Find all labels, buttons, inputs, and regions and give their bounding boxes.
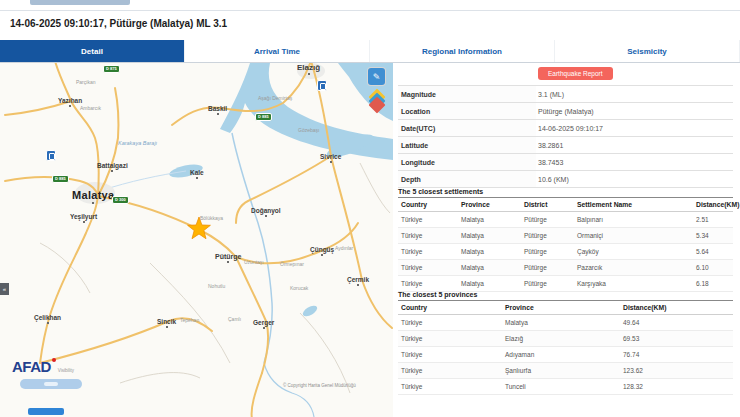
- table-row: TürkiyeMalatyaPütürgeKarşıyaka6.18: [398, 276, 733, 292]
- provinces-table: Country Province Distance(KM) TürkiyeMal…: [398, 300, 733, 395]
- provinces-heading: The closest 5 provinces: [398, 291, 477, 298]
- map-label-city: Çermik: [347, 276, 369, 286]
- map-label-city: Doğanyol: [251, 207, 281, 217]
- map-label-village: Aşağı Demirtaş: [258, 95, 292, 101]
- table-row: TürkiyeElazığ69.53: [398, 331, 733, 347]
- detail-row: Latitude38.2861: [398, 137, 733, 154]
- detail-row: Longitude38.7453: [398, 154, 733, 171]
- map-label-village: Parçikan: [76, 79, 95, 85]
- map-label-city: Battalgazi: [97, 162, 128, 172]
- road-shield: D 875: [103, 65, 120, 73]
- map-label-city: Sincik: [157, 318, 176, 328]
- tab-seismicity[interactable]: Seismicity: [555, 40, 740, 62]
- map-label-village: Örmepınar: [280, 261, 304, 267]
- afad-logo-dot: [52, 358, 56, 362]
- table-row: TürkiyeŞanlıurfa123.62: [398, 363, 733, 379]
- map-label-village: Tepehan: [180, 317, 199, 323]
- map-label-village: Aydınlar: [335, 245, 353, 251]
- earthquake-map[interactable]: Elazığ Malatya Yazıhan Battalgazi Yeşily…: [0, 63, 393, 417]
- map-label-city: Gerger: [253, 319, 274, 329]
- tab-arrival-time[interactable]: Arrival Time: [185, 40, 370, 62]
- map-label-village: Çamlı: [228, 316, 241, 322]
- map-label-city: Çüngüş: [310, 246, 334, 256]
- browser-tab-remnant: [30, 0, 130, 5]
- table-row: TürkiyeMalatyaPütürgeBalpınarı2.51: [398, 212, 733, 228]
- map-label-city: Elazığ: [297, 63, 320, 75]
- road-shield: D 885: [255, 113, 272, 121]
- table-row: TürkiyeMalatyaPütürgeOrmaniçi5.34: [398, 228, 733, 244]
- map-label-city: Sivrice: [320, 153, 341, 163]
- map-label-city: Kale: [190, 169, 204, 179]
- visibility-slider[interactable]: [20, 379, 82, 389]
- afad-logo-text: AFAD: [12, 358, 51, 375]
- map-label-city: Baskil: [208, 105, 227, 115]
- sidebar-collapse-toggle[interactable]: «: [0, 283, 9, 295]
- map-label-village: Nohutlu: [208, 283, 225, 289]
- table-header-row: Country Province District Settlement Nam…: [398, 198, 733, 212]
- map-label-city: Yeşilyurt: [70, 213, 97, 223]
- map-label-city: Yazıhan: [58, 97, 82, 107]
- settlements-heading: The 5 closest settlements: [398, 188, 483, 195]
- road-shield: D 885: [52, 175, 69, 183]
- pencil-icon: ✎: [373, 72, 381, 82]
- table-header-row: Country Province Distance(KM): [398, 301, 733, 315]
- detail-row: Date(UTC)14-06-2025 09:10:17: [398, 120, 733, 137]
- top-divider: [0, 10, 740, 11]
- detail-panel: Earthquake Report Magnitude3.1 (ML) Loca…: [393, 63, 740, 417]
- map-label-village: Ambarcık: [80, 105, 101, 111]
- table-row: TürkiyeTunceli128.32: [398, 379, 733, 395]
- event-detail-table: Magnitude3.1 (ML) LocationPütürge (Malat…: [398, 85, 733, 188]
- tab-bar: Detail Arrival Time Regional Information…: [0, 40, 740, 63]
- map-label-city: Çelikhan: [34, 314, 61, 324]
- page-title: 14-06-2025 09:10:17, Pütürge (Malatya) M…: [10, 18, 227, 29]
- motorway-shield-icon: [317, 80, 327, 91]
- map-label-village: Gözebaşı: [298, 127, 319, 133]
- table-row: TürkiyeMalatya49.64: [398, 315, 733, 331]
- table-row: TürkiyeAdıyaman76.74: [398, 347, 733, 363]
- map-label-water: Karakaya Barajı: [118, 140, 157, 146]
- map-label-village: Korucak: [290, 285, 308, 291]
- map-attribution: © Copyright Harita Genel Müdürlüğü: [283, 383, 356, 388]
- tab-detail[interactable]: Detail: [0, 40, 185, 62]
- detail-row: Magnitude3.1 (ML): [398, 86, 733, 103]
- map-label-village: Bölükkaya: [200, 215, 223, 221]
- afad-logo: AFADVisibility: [12, 358, 74, 376]
- earthquake-report-button[interactable]: Earthquake Report: [538, 67, 613, 80]
- detail-row: Depth10.6 (KM): [398, 171, 733, 188]
- table-row: TürkiyeMalatyaPütürgePazarcık6.10: [398, 260, 733, 276]
- table-row: TürkiyeMalatyaPütürgeÇayköy5.64: [398, 244, 733, 260]
- map-bottom-badge[interactable]: [28, 408, 64, 415]
- detail-row: LocationPütürge (Malatya): [398, 103, 733, 120]
- layers-control[interactable]: [367, 91, 387, 111]
- motorway-shield-icon: [46, 150, 56, 161]
- river: [264, 363, 314, 417]
- settlements-table: Country Province District Settlement Nam…: [398, 197, 733, 292]
- draw-tool-button[interactable]: ✎: [368, 68, 385, 85]
- map-label-city: Malatya: [72, 189, 114, 204]
- tab-regional-information[interactable]: Regional Information: [370, 40, 555, 62]
- road-shield: D 300: [112, 196, 129, 204]
- visibility-label: Visibility: [58, 368, 74, 373]
- map-label-city: Pütürge: [215, 253, 241, 263]
- map-label-village: Uzuntaşı: [244, 259, 264, 265]
